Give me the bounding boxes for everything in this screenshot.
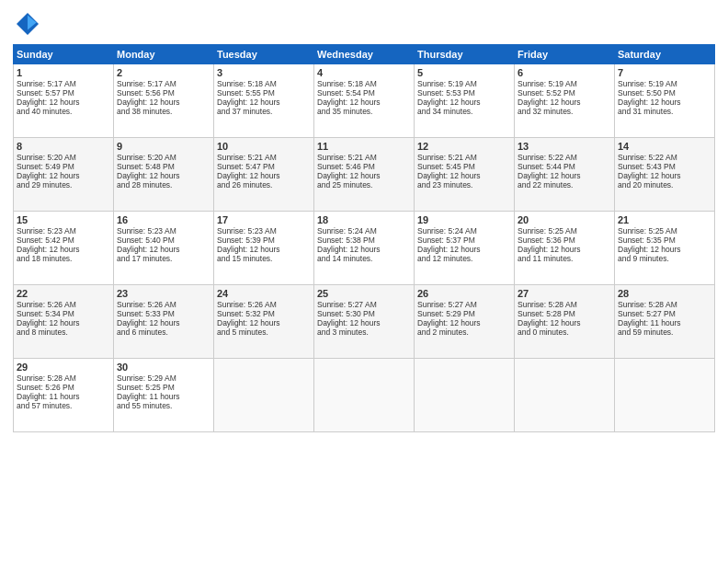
day-info-line: and 3 minutes. — [317, 327, 411, 337]
calendar-cell: 5Sunrise: 5:19 AMSunset: 5:53 PMDaylight… — [415, 64, 515, 138]
day-info-line: Daylight: 12 hours — [217, 98, 311, 107]
day-number: 23 — [117, 288, 210, 299]
day-info-line: Sunset: 5:36 PM — [518, 236, 611, 245]
calendar-cell: 18Sunrise: 5:24 AMSunset: 5:38 PMDayligh… — [314, 212, 415, 285]
calendar-cell: 6Sunrise: 5:19 AMSunset: 5:52 PMDaylight… — [515, 64, 615, 138]
day-info-line: Sunset: 5:25 PM — [117, 383, 210, 392]
day-info-line: Sunrise: 5:23 AM — [217, 226, 311, 236]
day-number: 13 — [518, 141, 611, 152]
day-info-line: Daylight: 12 hours — [317, 171, 411, 180]
day-info-line: Sunrise: 5:26 AM — [117, 300, 210, 309]
day-number: 16 — [117, 214, 210, 225]
calendar-cell: 25Sunrise: 5:27 AMSunset: 5:30 PMDayligh… — [314, 285, 415, 359]
day-info-line: Daylight: 12 hours — [518, 318, 611, 327]
day-info-line: Sunset: 5:38 PM — [317, 236, 411, 245]
calendar-cell: 10Sunrise: 5:21 AMSunset: 5:47 PMDayligh… — [214, 138, 314, 212]
day-number: 28 — [618, 288, 711, 299]
day-info-line: and 11 minutes. — [518, 254, 611, 263]
day-info-line: and 57 minutes. — [17, 401, 110, 410]
day-info-line: Sunrise: 5:19 AM — [417, 79, 511, 88]
day-info-line: and 40 minutes. — [17, 107, 110, 116]
day-number: 5 — [417, 67, 511, 78]
weekday-saturday: Saturday — [615, 45, 715, 64]
day-info-line: Daylight: 12 hours — [17, 245, 110, 254]
day-info-line: Daylight: 12 hours — [117, 245, 210, 254]
calendar-cell: 20Sunrise: 5:25 AMSunset: 5:36 PMDayligh… — [515, 212, 615, 285]
day-info-line: Daylight: 12 hours — [17, 98, 110, 107]
week-row-3: 15Sunrise: 5:23 AMSunset: 5:42 PMDayligh… — [14, 212, 715, 285]
day-number: 12 — [417, 141, 511, 152]
day-number: 26 — [417, 288, 511, 299]
day-info-line: Sunrise: 5:21 AM — [217, 153, 311, 162]
calendar-cell: 4Sunrise: 5:18 AMSunset: 5:54 PMDaylight… — [314, 64, 415, 138]
day-info-line: Sunset: 5:46 PM — [317, 162, 411, 171]
calendar-cell: 23Sunrise: 5:26 AMSunset: 5:33 PMDayligh… — [114, 285, 214, 359]
day-info-line: Sunrise: 5:26 AM — [17, 300, 110, 309]
day-number: 7 — [618, 67, 711, 78]
day-info-line: Daylight: 12 hours — [117, 171, 210, 180]
day-info-line: Sunrise: 5:22 AM — [618, 153, 711, 162]
day-info-line: Sunset: 5:56 PM — [117, 88, 210, 98]
calendar-cell: 2Sunrise: 5:17 AMSunset: 5:56 PMDaylight… — [114, 64, 214, 138]
day-info-line: Sunrise: 5:19 AM — [618, 79, 711, 88]
day-info-line: Sunset: 5:34 PM — [17, 309, 110, 318]
day-info-line: Sunset: 5:45 PM — [417, 162, 511, 171]
day-info-line: and 0 minutes. — [518, 327, 611, 337]
day-info-line: Sunset: 5:40 PM — [117, 236, 210, 245]
day-number: 19 — [417, 214, 511, 225]
day-number: 30 — [117, 362, 210, 373]
calendar-cell — [615, 359, 715, 432]
calendar-cell: 30Sunrise: 5:29 AMSunset: 5:25 PMDayligh… — [114, 359, 214, 432]
day-info-line: Sunset: 5:53 PM — [417, 88, 511, 98]
header — [13, 9, 715, 39]
day-info-line: Sunset: 5:54 PM — [317, 88, 411, 98]
day-info-line: Daylight: 12 hours — [518, 171, 611, 180]
day-info-line: Sunset: 5:29 PM — [417, 309, 511, 318]
day-info-line: Sunrise: 5:24 AM — [417, 226, 511, 236]
day-info-line: Daylight: 12 hours — [518, 98, 611, 107]
page: SundayMondayTuesdayWednesdayThursdayFrid… — [0, 0, 728, 563]
day-number: 15 — [17, 214, 110, 225]
day-number: 9 — [117, 141, 210, 152]
day-info-line: Sunset: 5:44 PM — [518, 162, 611, 171]
day-info-line: Daylight: 12 hours — [618, 98, 711, 107]
calendar-cell — [415, 359, 515, 432]
day-info-line: Daylight: 12 hours — [217, 318, 311, 327]
day-number: 2 — [117, 67, 210, 78]
day-info-line: Daylight: 12 hours — [117, 98, 210, 107]
day-info-line: Sunset: 5:26 PM — [17, 383, 110, 392]
calendar-cell: 13Sunrise: 5:22 AMSunset: 5:44 PMDayligh… — [515, 138, 615, 212]
day-info-line: Daylight: 11 hours — [117, 392, 210, 401]
day-info-line: Daylight: 12 hours — [317, 245, 411, 254]
day-info-line: and 23 minutes. — [417, 180, 511, 190]
day-info-line: and 38 minutes. — [117, 107, 210, 116]
day-info-line: and 15 minutes. — [217, 254, 311, 263]
weekday-wednesday: Wednesday — [314, 45, 415, 64]
day-info-line: Sunrise: 5:28 AM — [518, 300, 611, 309]
day-number: 22 — [17, 288, 110, 299]
day-info-line: Sunrise: 5:21 AM — [317, 153, 411, 162]
calendar-cell: 29Sunrise: 5:28 AMSunset: 5:26 PMDayligh… — [14, 359, 114, 432]
calendar-cell: 15Sunrise: 5:23 AMSunset: 5:42 PMDayligh… — [14, 212, 114, 285]
day-info-line: Sunset: 5:47 PM — [217, 162, 311, 171]
calendar-cell: 8Sunrise: 5:20 AMSunset: 5:49 PMDaylight… — [14, 138, 114, 212]
day-info-line: Sunrise: 5:28 AM — [17, 373, 110, 383]
calendar-cell: 11Sunrise: 5:21 AMSunset: 5:46 PMDayligh… — [314, 138, 415, 212]
day-info-line: and 20 minutes. — [618, 180, 711, 190]
day-info-line: Sunset: 5:42 PM — [17, 236, 110, 245]
day-info-line: Daylight: 12 hours — [417, 245, 511, 254]
calendar-cell: 24Sunrise: 5:26 AMSunset: 5:32 PMDayligh… — [214, 285, 314, 359]
day-info-line: Sunset: 5:37 PM — [417, 236, 511, 245]
day-info-line: Sunrise: 5:21 AM — [417, 153, 511, 162]
day-info-line: Daylight: 12 hours — [17, 318, 110, 327]
calendar-cell: 26Sunrise: 5:27 AMSunset: 5:29 PMDayligh… — [415, 285, 515, 359]
day-info-line: Sunset: 5:48 PM — [117, 162, 210, 171]
day-number: 8 — [17, 141, 110, 152]
day-info-line: and 35 minutes. — [317, 107, 411, 116]
day-info-line: Daylight: 12 hours — [317, 318, 411, 327]
day-info-line: Sunset: 5:35 PM — [618, 236, 711, 245]
day-info-line: Sunrise: 5:18 AM — [317, 79, 411, 88]
calendar-cell: 7Sunrise: 5:19 AMSunset: 5:50 PMDaylight… — [615, 64, 715, 138]
week-row-4: 22Sunrise: 5:26 AMSunset: 5:34 PMDayligh… — [14, 285, 715, 359]
day-info-line: Daylight: 12 hours — [618, 171, 711, 180]
